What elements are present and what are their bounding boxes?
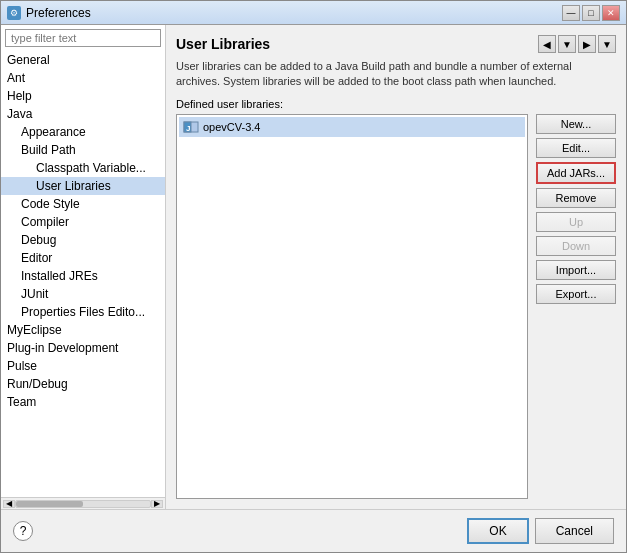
- panel-header: User Libraries ◀ ▼ ▶ ▼: [176, 35, 616, 53]
- ok-button[interactable]: OK: [467, 518, 528, 544]
- sidebar-item-junit[interactable]: JUnit: [1, 285, 165, 303]
- sidebar-item-help[interactable]: Help: [1, 87, 165, 105]
- title-bar-title: ⚙ Preferences: [7, 6, 91, 20]
- nav-back-button[interactable]: ◀: [538, 35, 556, 53]
- panel-description: User libraries can be added to a Java Bu…: [176, 59, 616, 90]
- help-button[interactable]: ?: [13, 521, 33, 541]
- close-button[interactable]: ✕: [602, 5, 620, 21]
- panel-nav: ◀ ▼ ▶ ▼: [538, 35, 616, 53]
- cancel-button[interactable]: Cancel: [535, 518, 614, 544]
- sidebar-item-java[interactable]: Java: [1, 105, 165, 123]
- sidebar-item-ant[interactable]: Ant: [1, 69, 165, 87]
- edit-button[interactable]: Edit...: [536, 138, 616, 158]
- sidebar-item-general[interactable]: General: [1, 51, 165, 69]
- svg-text:J: J: [186, 124, 190, 133]
- main-panel: User Libraries ◀ ▼ ▶ ▼ User libraries ca…: [166, 25, 626, 509]
- sidebar-item-classpath-variable[interactable]: Classpath Variable...: [1, 159, 165, 177]
- title-bar-controls: — □ ✕: [562, 5, 620, 21]
- scrollbar-thumb[interactable]: [16, 501, 83, 507]
- scroll-right-arrow[interactable]: ▶: [151, 500, 163, 508]
- down-button[interactable]: Down: [536, 236, 616, 256]
- sidebar-item-compiler[interactable]: Compiler: [1, 213, 165, 231]
- sidebar-item-code-style[interactable]: Code Style: [1, 195, 165, 213]
- remove-button[interactable]: Remove: [536, 188, 616, 208]
- import-button[interactable]: Import...: [536, 260, 616, 280]
- sidebar-item-editor[interactable]: Editor: [1, 249, 165, 267]
- library-list[interactable]: J opevCV-3.4: [176, 114, 528, 499]
- bottom-buttons: OK Cancel: [467, 518, 614, 544]
- tree: General Ant Help Java Appearance Build P…: [1, 51, 165, 497]
- sidebar-item-run-debug[interactable]: Run/Debug: [1, 375, 165, 393]
- panel-title: User Libraries: [176, 36, 270, 52]
- sidebar-item-team[interactable]: Team: [1, 393, 165, 411]
- window-icon: ⚙: [7, 6, 21, 20]
- sidebar-item-plugin-dev[interactable]: Plug-in Development: [1, 339, 165, 357]
- bottom-bar: ? OK Cancel: [1, 509, 626, 552]
- sidebar-item-appearance[interactable]: Appearance: [1, 123, 165, 141]
- nav-forward-button[interactable]: ▶: [578, 35, 596, 53]
- add-jars-button[interactable]: Add JARs...: [536, 162, 616, 184]
- sidebar-item-properties-files[interactable]: Properties Files Edito...: [1, 303, 165, 321]
- nav-dropdown-button[interactable]: ▼: [558, 35, 576, 53]
- filter-input[interactable]: [5, 29, 161, 47]
- new-button[interactable]: New...: [536, 114, 616, 134]
- sidebar: General Ant Help Java Appearance Build P…: [1, 25, 166, 509]
- minimize-button[interactable]: —: [562, 5, 580, 21]
- preferences-window: ⚙ Preferences — □ ✕ General Ant Help Jav…: [0, 0, 627, 553]
- maximize-button[interactable]: □: [582, 5, 600, 21]
- nav-dropdown2-button[interactable]: ▼: [598, 35, 616, 53]
- sidebar-item-debug[interactable]: Debug: [1, 231, 165, 249]
- sidebar-item-build-path[interactable]: Build Path: [1, 141, 165, 159]
- export-button[interactable]: Export...: [536, 284, 616, 304]
- title-bar: ⚙ Preferences — □ ✕: [1, 1, 626, 25]
- sidebar-item-installed-jres[interactable]: Installed JREs: [1, 267, 165, 285]
- scrollbar-track[interactable]: [15, 500, 151, 508]
- library-name: opevCV-3.4: [203, 121, 260, 133]
- sidebar-item-user-libraries[interactable]: User Libraries: [1, 177, 165, 195]
- action-buttons: New... Edit... Add JARs... Remove Up Dow…: [536, 114, 616, 499]
- defined-label: Defined user libraries:: [176, 98, 616, 110]
- sidebar-scrollbar[interactable]: ◀ ▶: [1, 497, 165, 509]
- sidebar-item-myeclipse[interactable]: MyEclipse: [1, 321, 165, 339]
- window-title: Preferences: [26, 6, 91, 20]
- content-area: General Ant Help Java Appearance Build P…: [1, 25, 626, 509]
- scroll-left-arrow[interactable]: ◀: [3, 500, 15, 508]
- list-buttons-row: J opevCV-3.4 New... Edit... Add JARs... …: [176, 114, 616, 499]
- library-list-item[interactable]: J opevCV-3.4: [179, 117, 525, 137]
- library-icon: J: [183, 119, 199, 135]
- up-button[interactable]: Up: [536, 212, 616, 232]
- sidebar-item-pulse[interactable]: Pulse: [1, 357, 165, 375]
